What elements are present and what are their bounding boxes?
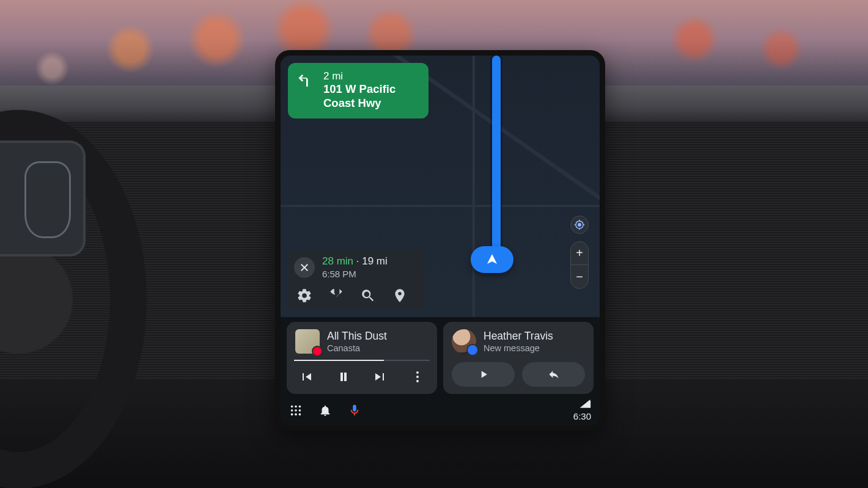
signal-icon bbox=[579, 399, 591, 410]
vehicle-marker bbox=[471, 246, 513, 273]
svg-point-3 bbox=[291, 406, 293, 408]
svg-rect-12 bbox=[589, 401, 591, 408]
album-art bbox=[295, 329, 320, 354]
previous-track-button[interactable] bbox=[299, 370, 314, 384]
voice-assistant-button[interactable] bbox=[348, 404, 360, 417]
status-time: 6:30 bbox=[573, 411, 591, 421]
eta-minutes: 28 min bbox=[322, 255, 353, 267]
app-launcher-button[interactable] bbox=[289, 404, 303, 417]
track-title: All This Dust bbox=[327, 330, 387, 343]
location-pin-icon[interactable] bbox=[392, 288, 408, 304]
zoom-out-button[interactable]: − bbox=[571, 265, 588, 288]
search-icon[interactable] bbox=[360, 288, 376, 304]
svg-point-10 bbox=[295, 413, 297, 416]
route-line bbox=[492, 56, 501, 270]
screen: 2 mi 101 W Pacific Coast Hwy 28 min · 19… bbox=[281, 56, 600, 426]
svg-point-1 bbox=[416, 376, 419, 378]
svg-point-2 bbox=[416, 380, 419, 382]
alt-routes-icon[interactable] bbox=[328, 288, 344, 304]
cards-row: All This Dust Canasta Heather Tr bbox=[281, 317, 600, 398]
close-trip-button[interactable] bbox=[294, 257, 315, 278]
media-card[interactable]: All This Dust Canasta bbox=[287, 322, 437, 394]
recenter-button[interactable] bbox=[570, 216, 589, 234]
next-track-button[interactable] bbox=[373, 370, 388, 384]
map-view[interactable]: 2 mi 101 W Pacific Coast Hwy 28 min · 19… bbox=[281, 56, 600, 317]
svg-point-5 bbox=[299, 406, 301, 408]
message-status: New message bbox=[484, 343, 553, 353]
svg-point-6 bbox=[291, 409, 293, 412]
track-artist: Canasta bbox=[327, 343, 387, 353]
svg-point-0 bbox=[416, 371, 419, 374]
turn-left-icon bbox=[296, 70, 316, 90]
instrument-cluster bbox=[0, 140, 86, 257]
turn-direction-card[interactable]: 2 mi 101 W Pacific Coast Hwy bbox=[288, 63, 428, 118]
message-sender: Heather Travis bbox=[484, 330, 553, 343]
arrival-time: 6:58 PM bbox=[322, 269, 388, 279]
reply-button[interactable] bbox=[522, 362, 585, 387]
settings-icon[interactable] bbox=[296, 288, 312, 304]
svg-point-4 bbox=[295, 406, 297, 408]
remaining-distance: 19 mi bbox=[362, 255, 388, 267]
zoom-in-button[interactable]: + bbox=[571, 242, 588, 265]
nav-bar: 6:30 bbox=[281, 398, 600, 426]
more-options-button[interactable] bbox=[410, 370, 425, 384]
notifications-button[interactable] bbox=[318, 404, 332, 417]
turn-road-name: 101 W Pacific Coast Hwy bbox=[323, 82, 415, 110]
zoom-control: + − bbox=[570, 241, 589, 289]
pause-button[interactable] bbox=[336, 370, 351, 384]
contact-avatar bbox=[452, 329, 476, 354]
trip-info-panel: 28 min · 19 mi 6:58 PM bbox=[288, 249, 425, 310]
message-card[interactable]: Heather Travis New message bbox=[443, 322, 594, 394]
play-icon bbox=[477, 368, 490, 381]
svg-point-9 bbox=[291, 413, 293, 416]
head-unit: 2 mi 101 W Pacific Coast Hwy 28 min · 19… bbox=[275, 50, 605, 431]
svg-point-11 bbox=[299, 413, 301, 416]
turn-distance: 2 mi bbox=[323, 70, 415, 82]
svg-point-8 bbox=[299, 409, 301, 412]
play-message-button[interactable] bbox=[452, 362, 515, 387]
svg-point-7 bbox=[295, 409, 297, 412]
playback-progress[interactable] bbox=[294, 360, 430, 361]
crosshair-icon bbox=[574, 219, 585, 230]
eta-separator: · bbox=[353, 255, 362, 267]
reply-icon bbox=[548, 368, 560, 381]
